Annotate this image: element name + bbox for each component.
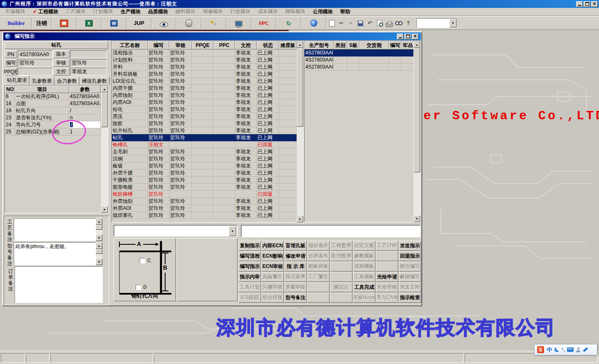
action-button[interactable]: 发送指示 <box>399 241 421 251</box>
action-button[interactable]: 修改申请 <box>284 251 307 261</box>
process-row[interactable]: 内层干膜贺玖玲贺玖玲李祖龙已上网 <box>112 85 303 92</box>
scroll-down-button[interactable]: ▼ <box>101 206 108 213</box>
process-row[interactable]: 沉铜贺玖玲贺玖玲李祖龙已上网 <box>112 155 303 162</box>
process-row[interactable]: 除胶贺玖玲贺玖玲李祖龙已上网 <box>112 120 303 127</box>
tab-合刀参数[interactable]: 合刀参数 <box>54 77 79 85</box>
preview-eye-button[interactable] <box>152 17 176 29</box>
process-remark-textarea[interactable] <box>14 218 96 241</box>
process-row[interactable]: 干膜检查贺玖玲贺玖玲李祖龙已上网 <box>112 177 303 184</box>
model-row[interactable]: 4S27803AA0 <box>304 64 420 71</box>
settings-wrench-icon[interactable] <box>583 347 588 352</box>
process-table-scrollbar[interactable]: ▲ ▼ <box>297 41 303 222</box>
pn-value[interactable]: 4S27803AA0 <box>18 50 53 58</box>
punctuation-icon[interactable]: °, <box>562 347 564 352</box>
print-preview-button[interactable] <box>375 17 384 29</box>
param-row[interactable]: 23是否有连孔(Y/n)n <box>5 114 108 121</box>
menu-item[interactable]: 生产模块 <box>117 8 144 16</box>
process-row[interactable]: 铣槽孔汪朝文已回退 <box>112 141 303 148</box>
jup-button[interactable]: JUP <box>127 17 151 29</box>
report-app-button[interactable] <box>52 17 76 29</box>
tab-钻孔要求[interactable]: 钻孔要求 <box>5 76 30 85</box>
param-row[interactable]: 16点图4S27803AA0.D <box>5 100 108 107</box>
action-button[interactable]: 指示内审 <box>238 272 261 282</box>
action-button[interactable]: 内部ECN <box>261 241 284 251</box>
order-remark-textarea[interactable] <box>15 266 103 303</box>
process-row[interactable]: 开料后烘板贺玖玲贺玖玲李祖龙已上网 <box>112 71 303 78</box>
process-row[interactable]: LDI定位孔贺玖玲贺玖玲李祖龙已上网 <box>112 78 303 85</box>
model-remark-textarea[interactable]: 此单有pthrou，走图镀。 <box>14 242 96 265</box>
save-button[interactable] <box>356 17 365 29</box>
process-row[interactable]: 计划投料贺玖玲贺玖玲李祖龙已上网 <box>112 57 303 64</box>
footer-note-field[interactable] <box>241 225 421 237</box>
writer-value[interactable]: 贺玖玲 <box>18 59 53 67</box>
process-row[interactable]: 外层干膜贺玖玲贺玖玲李祖龙已上网 <box>112 170 303 177</box>
scroll-up-button[interactable]: ▲ <box>413 41 420 48</box>
scroll-down-button[interactable]: ▼ <box>413 215 420 222</box>
restore-button[interactable] <box>584 1 590 7</box>
param-row[interactable]: 18钻孔方向/ <box>5 107 108 114</box>
process-row[interactable]: 开料贺玖玲贺玖玲李祖龙已上网 <box>112 64 303 71</box>
process-row[interactable]: 图形电镀贺玖玲贺玖玲李祖龙已上网 <box>112 184 303 191</box>
excel-export-button[interactable] <box>77 17 101 29</box>
chinese-mode-icon[interactable]: 中 <box>547 346 552 354</box>
param-row[interactable]: 6一次钻孔程序(DRL)4S27803AA0.drl <box>5 93 108 100</box>
model-table-scrollbar[interactable]: ▲ ▼ <box>413 41 420 222</box>
logout-button[interactable]: 注销 <box>32 17 51 29</box>
spc-button[interactable]: SPC <box>252 17 275 29</box>
model-row[interactable]: 4S27803AA0 <box>304 49 420 57</box>
combobox-arrow-icon[interactable]: ▼ <box>449 19 457 27</box>
doc-control-value[interactable]: 李祖龙 <box>70 68 107 76</box>
menu-item[interactable]: ✔工程模块 <box>29 8 62 16</box>
scroll-down-button[interactable]: ▼ <box>96 234 102 241</box>
scroll-up-button[interactable]: ▲ <box>101 86 108 92</box>
action-button[interactable]: 复制指示 <box>238 241 261 251</box>
process-row[interactable]: 铝片钻孔贺玖玲贺玖玲李祖龙已上网 <box>112 127 303 134</box>
action-button[interactable]: 回退指示 <box>399 251 421 261</box>
sogou-logo-icon[interactable]: S <box>537 346 544 353</box>
delete-button[interactable] <box>346 17 356 29</box>
new-doc-button[interactable] <box>327 17 337 29</box>
action-button[interactable]: 光绘申请 <box>376 272 399 282</box>
undo-button[interactable] <box>365 17 375 29</box>
process-remark-scrollbar[interactable]: ▲ ▼ <box>96 218 102 241</box>
process-row[interactable]: 内层蚀刻贺玖玲贺玖玲李祖龙已上网 <box>112 92 303 99</box>
browser-button[interactable] <box>302 17 325 29</box>
action-button[interactable]: 编写指示 <box>238 261 261 272</box>
process-row[interactable]: 板镀贺玖玲贺玖玲李祖龙已上网 <box>112 162 303 170</box>
scroll-thumb[interactable] <box>101 92 108 127</box>
action-button[interactable]: 工具完成 <box>353 282 376 293</box>
process-row[interactable]: 流程指示贺玖玲贺玖玲李祖龙已上网 <box>112 49 303 57</box>
print-button[interactable] <box>384 17 394 29</box>
close-button[interactable]: × <box>591 1 598 7</box>
process-row[interactable]: 层压贺玖玲贺玖玲李祖龙已上网 <box>112 113 303 120</box>
process-row[interactable]: 阻焊塞孔贺玖玲贺玖玲李祖龙已上网 <box>112 212 303 219</box>
soft-keyboard-icon[interactable] <box>567 347 574 352</box>
scroll-up-button[interactable]: ▲ <box>96 218 102 225</box>
sync-button[interactable] <box>277 17 300 29</box>
process-row[interactable]: 外层蚀刻贺玖玲贺玖玲李祖龙已上网 <box>112 198 303 205</box>
builder-button[interactable]: Builder <box>2 17 31 29</box>
review-value[interactable]: 贺玖玲 <box>70 59 107 67</box>
action-button[interactable]: ECN影响 <box>261 251 284 261</box>
menu-item[interactable]: 品质模块 <box>144 8 172 16</box>
action-button[interactable]: ECN审核 <box>261 261 284 272</box>
checkbox-c[interactable] <box>140 258 145 263</box>
help-button[interactable] <box>403 17 413 29</box>
param-table-scrollbar[interactable]: ▲ ▼ <box>101 86 108 213</box>
scroll-thumb[interactable] <box>297 48 303 127</box>
permission-keys-button[interactable] <box>202 17 225 29</box>
fullwidth-moon-icon[interactable] <box>554 347 559 352</box>
menu-item[interactable]: 公用模块 <box>309 8 337 16</box>
checkbox-d[interactable] <box>136 285 141 290</box>
process-row[interactable]: 内层AOI贺玖玲贺玖玲李祖龙已上网 <box>112 99 303 106</box>
scroll-up-button[interactable]: ▲ <box>297 41 303 48</box>
action-button[interactable]: 指示检查 <box>399 293 421 303</box>
combobox-arrow-icon[interactable]: ▼ <box>229 226 236 236</box>
word-export-button[interactable] <box>102 17 126 29</box>
find-button[interactable] <box>394 17 403 29</box>
editor-maximize-button[interactable] <box>404 34 411 39</box>
tab-槽连孔参数[interactable]: 槽连孔参数 <box>79 77 109 85</box>
menu-item[interactable]: 帮助 <box>337 8 354 16</box>
scroll-down-button[interactable]: ▼ <box>96 258 102 265</box>
ppqe-value[interactable] <box>18 68 53 76</box>
